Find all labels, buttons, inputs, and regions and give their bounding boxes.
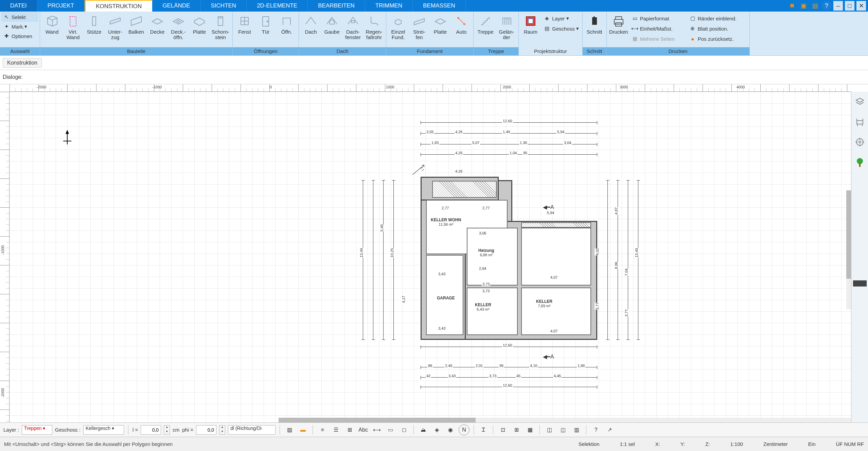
oeffnung-button[interactable]: Öffn.: [276, 12, 297, 35]
tab-datei[interactable]: DATEI: [0, 0, 37, 12]
selekt-button[interactable]: ↖Selekt: [1, 12, 38, 22]
mark-dropdown[interactable]: ✦Mark. ▾: [1, 22, 38, 31]
vertical-ruler: -1000 -2000: [0, 92, 10, 422]
svg-point-31: [859, 141, 861, 143]
regenfallrohr-button[interactable]: Regen- fallrohr: [364, 12, 385, 40]
horizontal-scrollbar[interactable]: [279, 418, 851, 422]
tb-crop-icon[interactable]: ◻: [398, 424, 409, 435]
tb-group1-icon[interactable]: ◫: [544, 424, 555, 435]
stuetze-icon: [87, 14, 101, 28]
cm-label: cm: [173, 427, 179, 433]
tb-group3-icon[interactable]: ▥: [571, 424, 582, 435]
optionen-button[interactable]: ✚Optionen: [1, 31, 38, 41]
tb-text-icon[interactable]: Abc: [358, 424, 369, 435]
dach-button[interactable]: Dach: [300, 12, 321, 35]
status-ufnum: ÜF NUM RF: [836, 441, 864, 447]
drawing-canvas[interactable]: 12,60 3,55 4,26 1,49 5,94 1,83 5,07 1,30…: [10, 92, 851, 422]
tree-panel-icon[interactable]: [854, 156, 866, 169]
tb-dim-icon[interactable]: ⟷: [371, 424, 382, 435]
close-icon[interactable]: ✕: [856, 1, 866, 11]
layer-dropdown[interactable]: ◈Layer ▾: [543, 14, 579, 23]
l-input[interactable]: [141, 425, 161, 435]
maximize-icon[interactable]: □: [845, 1, 854, 11]
balken-icon: [129, 14, 143, 28]
virt-wand-button[interactable]: Virt. Wand: [63, 12, 84, 40]
dachfenster-button[interactable]: Dach- fenster: [342, 12, 364, 40]
tb-question-icon[interactable]: ?: [590, 424, 601, 435]
streifenfund-button[interactable]: Strei- fen: [409, 12, 430, 40]
tab-2d-elemente[interactable]: 2D-ELEMENTE: [247, 0, 308, 12]
l-spinner[interactable]: ▲▼: [164, 425, 170, 435]
layer-combo[interactable]: Treppen ▾: [22, 425, 52, 435]
tb-north-icon[interactable]: N: [459, 424, 470, 435]
plus-icon: ✚: [3, 32, 10, 40]
posrueck-button[interactable]: ●Pos zurücksetz.: [689, 34, 746, 44]
tb-overlay-icon[interactable]: ◉: [445, 424, 456, 435]
decke-button[interactable]: Decke: [147, 12, 168, 35]
snap-panel-icon[interactable]: [854, 136, 866, 148]
fund-platte-button[interactable]: Platte: [430, 12, 451, 35]
tab-bearbeiten[interactable]: BEARBEITEN: [308, 0, 365, 12]
tab-sichten[interactable]: SICHTEN: [201, 0, 247, 12]
schornstein-button[interactable]: Schorn- stein: [210, 12, 231, 40]
context-konstruktion[interactable]: Konstruktion: [3, 58, 42, 68]
tb-rect-icon[interactable]: ▭: [385, 424, 396, 435]
tb-layer-icon[interactable]: ◈: [431, 424, 442, 435]
tab-gelaende[interactable]: GELÄNDE: [152, 0, 200, 12]
drucken-button[interactable]: Drucken: [608, 12, 629, 35]
tb-fill-icon[interactable]: ▬: [298, 424, 308, 435]
platte-button[interactable]: Platte: [189, 12, 210, 35]
tab-trimmen[interactable]: TRIMMEN: [365, 0, 413, 12]
tb-roof-icon[interactable]: ⛰: [418, 424, 429, 435]
papierformat-button[interactable]: ▭Papierformat: [631, 14, 685, 23]
fund-auto-button[interactable]: Auto: [451, 12, 472, 35]
wand-button[interactable]: Wand: [41, 12, 63, 35]
schornstein-icon: [214, 14, 227, 28]
tb-group2-icon[interactable]: ◫: [557, 424, 568, 435]
stuetze-button[interactable]: Stütze: [84, 12, 105, 35]
tb-align-left-icon[interactable]: ≡: [317, 424, 328, 435]
gaube-button[interactable]: Gaube: [321, 12, 342, 35]
tb-snap2-icon[interactable]: ⊞: [511, 424, 522, 435]
raender-button[interactable]: ▢Ränder einblend.: [689, 14, 746, 23]
tb-snap3-icon[interactable]: ▦: [525, 424, 535, 435]
tb-hatch-icon[interactable]: ▨: [284, 424, 295, 435]
tb-align-center-icon[interactable]: ☰: [331, 424, 341, 435]
balken-button[interactable]: Balken: [126, 12, 147, 35]
window-icon-2[interactable]: ▤: [810, 1, 820, 11]
tab-projekt[interactable]: PROJEKT: [37, 0, 85, 12]
tab-konstruktion[interactable]: KONSTRUKTION: [85, 0, 152, 12]
einheit-button[interactable]: ⟷Einheit/Maßst.: [631, 24, 685, 33]
panel-drag-handle[interactable]: [853, 280, 867, 287]
coord-combo[interactable]: dl (Richtung/Di: [228, 425, 276, 435]
tb-snap1-icon[interactable]: ⊡: [497, 424, 508, 435]
phi-input[interactable]: [196, 425, 216, 435]
help-icon[interactable]: ?: [822, 1, 831, 11]
geschoss-combo[interactable]: Kellergesch ▾: [83, 425, 124, 435]
tuer-button[interactable]: Tür: [255, 12, 276, 35]
geschoss-dropdown[interactable]: ▤Geschoss ▾: [543, 24, 579, 33]
layers-panel-icon[interactable]: [854, 95, 866, 107]
fenster-button[interactable]: Fenst: [234, 12, 255, 35]
raum-button[interactable]: Raum: [520, 12, 541, 35]
tb-cursor-icon[interactable]: Ꮖ: [478, 424, 489, 435]
blattpos-button[interactable]: ⊕Blatt position.: [689, 24, 746, 33]
deck-oeffn-button[interactable]: Deck.- öffn.: [168, 12, 189, 40]
mehrere-seiten-button[interactable]: ▦Mehrere Seiten: [631, 34, 685, 44]
minimize-icon[interactable]: –: [833, 1, 843, 11]
furniture-panel-icon[interactable]: [854, 116, 866, 128]
tab-bemassen[interactable]: BEMASSEN: [413, 0, 465, 12]
phi-spinner[interactable]: ▲▼: [219, 425, 225, 435]
gelaender-button[interactable]: Gelän- der: [496, 12, 517, 40]
group-fundament: Fundament: [386, 47, 473, 55]
schnitt-button[interactable]: Schnitt: [584, 12, 605, 35]
vertical-scrollbar[interactable]: [846, 190, 851, 309]
tool-icon[interactable]: ✖: [787, 1, 797, 11]
unterzug-button[interactable]: Unter- zug: [105, 12, 126, 40]
einzelfund-button[interactable]: Einzel Fund.: [388, 12, 409, 40]
tb-exit-icon[interactable]: ↗: [604, 424, 615, 435]
window-icon-1[interactable]: ▣: [799, 1, 808, 11]
einzelfund-icon: [391, 14, 405, 28]
treppe-button[interactable]: Treppe: [475, 12, 496, 35]
tb-align-grid-icon[interactable]: ⊞: [344, 424, 355, 435]
